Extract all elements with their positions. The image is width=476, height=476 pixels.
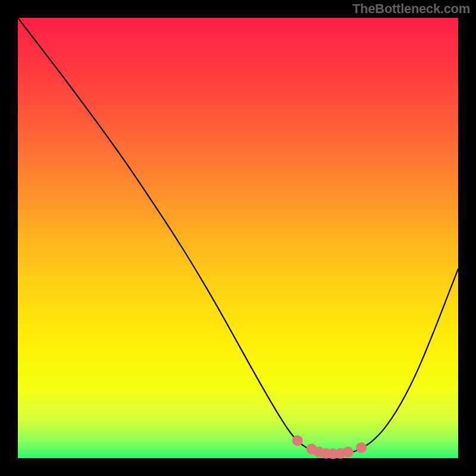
minimum-marker bbox=[343, 447, 353, 458]
bottleneck-chart bbox=[0, 0, 476, 476]
chart-svg bbox=[0, 0, 476, 476]
plot-bottom-tint bbox=[18, 361, 458, 458]
attribution-text: TheBottleneck.com bbox=[352, 1, 470, 17]
minimum-marker bbox=[292, 435, 303, 446]
minimum-marker bbox=[356, 442, 367, 453]
